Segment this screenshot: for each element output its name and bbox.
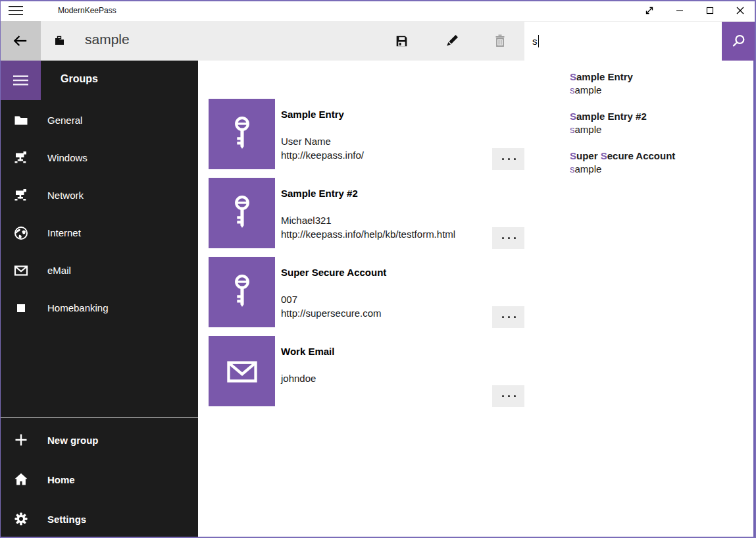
sidebar-item-network[interactable]: Network — [0, 176, 198, 214]
sidebar-item-email[interactable]: eMail — [0, 252, 198, 289]
hamburger-icon — [12, 74, 30, 87]
search-submit-button[interactable] — [722, 22, 755, 61]
list-item[interactable]: Sample Entry User Name http://keepass.in… — [209, 99, 275, 169]
ellipsis-icon — [502, 316, 504, 318]
entry-title: Sample Entry #2 — [281, 188, 511, 199]
network-icon — [13, 188, 29, 203]
ellipsis-icon — [502, 395, 504, 397]
search-query-text: s — [532, 36, 538, 47]
more-button[interactable] — [492, 148, 525, 170]
entry-tile — [209, 99, 275, 169]
back-arrow-icon — [12, 32, 29, 49]
suggestion-title: Sample Entry #2 — [570, 111, 753, 122]
suggestion-title: Super Secure Account — [570, 150, 753, 161]
suggestion-subtitle: sample — [570, 84, 753, 95]
suggestion-item[interactable]: Sample Entry sample — [524, 65, 753, 101]
suggestion-title: Sample Entry — [570, 71, 753, 82]
entry-tile — [209, 257, 275, 327]
sidebar-separator — [0, 417, 198, 417]
save-button[interactable] — [382, 21, 421, 61]
key-icon — [225, 273, 259, 312]
search-input[interactable]: s — [524, 22, 722, 61]
close-icon — [732, 3, 748, 18]
sidebar-item-general[interactable]: General — [0, 101, 198, 139]
sidebar-item-internet[interactable]: Internet — [0, 214, 198, 252]
edit-icon — [443, 33, 460, 49]
list-item[interactable]: Sample Entry #2 Michael321 http://keepas… — [209, 178, 275, 248]
window-title: ModernKeePass — [58, 6, 116, 15]
more-button[interactable] — [492, 385, 525, 407]
search-icon — [730, 33, 747, 49]
trash-icon — [492, 33, 508, 49]
sidebar-action-new-group[interactable]: New group — [0, 421, 198, 459]
list-item[interactable]: Super Secure Account 007 http://supersec… — [209, 257, 275, 327]
delete-button[interactable] — [480, 21, 520, 61]
groups-heading: Groups — [61, 73, 98, 85]
entry-url: http://keepass.info/help/kb/testform.htm… — [281, 227, 511, 241]
sidebar-action-settings[interactable]: Settings — [0, 500, 198, 538]
suggestion-subtitle: sample — [570, 124, 753, 135]
maximize-button[interactable] — [695, 0, 725, 21]
fullscreen-button[interactable] — [634, 0, 665, 21]
edit-button[interactable] — [432, 21, 471, 61]
more-button[interactable] — [492, 227, 525, 249]
expand-icon — [642, 3, 657, 18]
network-icon — [13, 150, 29, 166]
suggestion-subtitle: sample — [570, 163, 753, 175]
command-bar: sample s — [0, 21, 756, 61]
entry-username: Michael321 — [281, 213, 511, 227]
mail-icon — [13, 263, 29, 279]
list-item[interactable]: Work Email johndoe — [209, 336, 275, 406]
text-cursor — [538, 35, 539, 47]
entry-tile — [209, 336, 275, 406]
entry-url: http://keepass.info/ — [281, 148, 511, 162]
minimize-icon — [672, 3, 688, 18]
sidebar-item-homebanking[interactable]: Homebanking — [0, 289, 198, 327]
window-border-left — [0, 0, 1, 538]
folder-icon — [13, 113, 29, 128]
search-suggestions-dropdown: Sample Entry sample Sample Entry #2 samp… — [524, 61, 755, 537]
entry-title: Sample Entry — [281, 109, 511, 120]
globe-icon — [13, 225, 29, 241]
database-name: sample — [85, 32, 130, 47]
entry-title: Work Email — [281, 346, 511, 357]
minimize-button[interactable] — [665, 0, 695, 21]
entry-url: http://supersecure.com — [281, 306, 511, 320]
back-button[interactable] — [0, 21, 41, 61]
briefcase-icon — [54, 35, 65, 49]
sidebar: Groups General Windows Network Internet … — [0, 61, 198, 538]
window-border-top — [0, 0, 756, 1]
entry-username: User Name — [281, 134, 511, 148]
suggestion-item[interactable]: Sample Entry #2 sample — [524, 104, 753, 141]
entry-username: johndoe — [281, 371, 511, 385]
hamburger-icon[interactable] — [9, 5, 24, 19]
title-bar: ModernKeePass — [0, 0, 756, 21]
sidebar-item-windows[interactable]: Windows — [0, 139, 198, 176]
save-icon — [393, 33, 410, 49]
plus-icon — [13, 432, 29, 448]
close-button[interactable] — [725, 0, 755, 21]
entry-title: Super Secure Account — [281, 267, 511, 278]
key-icon — [225, 115, 259, 154]
gear-icon — [13, 511, 29, 527]
envelope-icon — [223, 352, 261, 390]
square-icon — [13, 300, 29, 316]
entry-tile — [209, 178, 275, 248]
entry-username: 007 — [281, 292, 511, 306]
suggestion-item[interactable]: Super Secure Account sample — [524, 144, 753, 180]
more-button[interactable] — [492, 306, 525, 328]
maximize-icon — [702, 3, 718, 18]
sidebar-action-home[interactable]: Home — [0, 460, 198, 498]
ellipsis-icon — [502, 158, 504, 160]
key-icon — [225, 194, 259, 233]
nav-hamburger-button[interactable] — [0, 61, 41, 100]
home-icon — [13, 471, 29, 487]
ellipsis-icon — [502, 237, 504, 239]
